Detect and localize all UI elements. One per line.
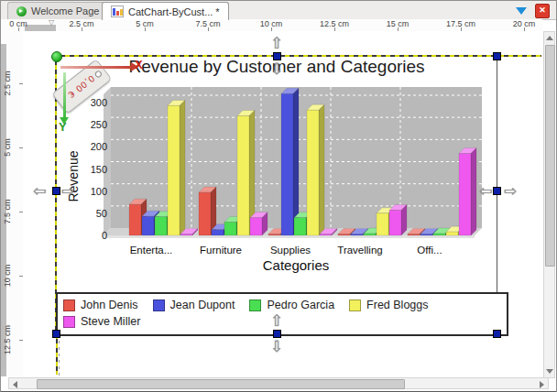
svg-text:300: 300 (91, 97, 107, 108)
legend-item: John Denis (63, 298, 138, 312)
vertical-ruler: 2.5 cm5 cm7.5 cm10 cm12.5 cm15 cm (1, 31, 24, 376)
svg-text:Supplies: Supplies (270, 245, 311, 256)
tag-hole-icon (93, 70, 103, 79)
legend-label: Jean Dupont (170, 299, 235, 311)
resize-arrow-right-icon[interactable]: ⇨ (504, 183, 517, 199)
welcome-page-icon (16, 6, 27, 16)
legend-swatch (349, 299, 361, 311)
ruler-label: 5 cm (3, 129, 14, 166)
svg-text:0: 0 (102, 230, 107, 241)
tab-welcome-page[interactable]: Welcome Page (7, 2, 108, 19)
ruler-position-marker: ▽ (49, 19, 54, 27)
resize-handle-bottom-left[interactable] (52, 330, 60, 338)
svg-text:50: 50 (96, 208, 107, 219)
svg-text:Furniture: Furniture (200, 245, 242, 256)
design-canvas[interactable]: Revenue by Customer and Categories Reven… (23, 31, 542, 376)
origin-handle[interactable] (51, 51, 62, 62)
svg-text:Travelling: Travelling (337, 245, 382, 256)
svg-text:200: 200 (91, 141, 107, 152)
ruler-label: 12.5 cm (3, 321, 14, 358)
horizontal-scrollbar[interactable] (8, 377, 549, 389)
vertical-scrollbar[interactable] (543, 31, 555, 378)
resize-arrow-up-icon[interactable]: ⇧ (270, 313, 283, 329)
resize-handle-left[interactable] (52, 187, 60, 195)
x-axis-arrow-icon (60, 66, 132, 69)
ruler-label: 7.5 cm (3, 193, 14, 230)
resize-handle-top[interactable] (273, 52, 281, 60)
scroll-up-button[interactable] (544, 32, 554, 44)
tab-label: CatChart-ByCust... * (128, 6, 220, 17)
ruler-label: 10 cm (3, 257, 14, 294)
resize-arrow-left-icon[interactable]: ⇦ (479, 183, 492, 199)
chart-element[interactable]: Revenue by Customer and Categories Reven… (56, 56, 497, 333)
y-axis-letter: Y (59, 120, 67, 134)
resize-handle-bottom[interactable] (273, 330, 281, 338)
legend-label: John Denis (81, 299, 138, 311)
legend-label: Fred Bloggs (366, 299, 428, 311)
svg-text:150: 150 (91, 164, 107, 175)
legend-item: Pedro Garcia (249, 298, 334, 312)
chart-plot-area: 050100150200250300Enterta...FurnitureSup… (56, 82, 497, 278)
page-margin-guide (59, 334, 60, 376)
report-designer-window: Welcome Page CatChart-ByCust... * ✕ ▽ 0 … (0, 0, 557, 392)
y-axis-arrow-icon (63, 72, 66, 118)
vertical-scrollbar-thumb[interactable] (545, 45, 555, 267)
legend-item: Steve Miller (63, 314, 140, 329)
tab-label: Welcome Page (31, 5, 99, 16)
resize-arrow-right-icon[interactable]: ⇨ (61, 183, 74, 199)
legend-swatch (249, 299, 261, 311)
svg-text:100: 100 (91, 186, 107, 197)
resize-arrow-up-icon[interactable]: ⇧ (270, 36, 283, 51)
legend-label: Pedro Garcia (267, 299, 334, 311)
scroll-right-button[interactable] (536, 378, 548, 388)
resize-handle-bottom-right[interactable] (493, 330, 501, 338)
legend-item: Jean Dupont (153, 298, 235, 312)
svg-text:Enterta...: Enterta... (130, 245, 173, 256)
scroll-down-button[interactable] (544, 365, 554, 377)
legend-swatch (63, 299, 75, 311)
svg-text:Offi...: Offi... (417, 245, 442, 256)
close-tab-button[interactable]: ✕ (535, 4, 550, 18)
svg-text:250: 250 (91, 119, 107, 130)
horizontal-ruler: ▽ 0 cm2.5 cm5 cm7.5 cm10 cm12.5 cm15 cm1… (1, 19, 542, 32)
tab-list-dropdown-icon[interactable] (516, 7, 527, 15)
legend-label: Steve Miller (81, 315, 140, 328)
resize-arrow-down-icon[interactable]: ⇩ (270, 339, 283, 354)
resize-handle-right[interactable] (493, 187, 501, 195)
chart-report-icon (111, 5, 124, 17)
tab-catchart-bycustomer[interactable]: CatChart-ByCust... * (102, 2, 229, 20)
legend-swatch (63, 316, 75, 328)
resize-arrow-down-icon[interactable]: ⇩ (270, 61, 283, 77)
legend-item: Fred Bloggs (349, 298, 428, 312)
resize-handle-top-right[interactable] (493, 52, 501, 60)
scroll-left-button[interactable] (9, 378, 21, 388)
selection-guide-vertical (56, 334, 58, 375)
ruler-label: 2.5 cm (3, 65, 14, 102)
document-tab-bar: Welcome Page CatChart-ByCust... * ✕ (1, 1, 556, 20)
x-axis-letter: X (135, 58, 143, 71)
legend-swatch (153, 299, 165, 311)
resize-arrow-left-icon[interactable]: ⇦ (33, 183, 46, 199)
horizontal-scrollbar-thumb[interactable] (37, 379, 405, 389)
selection-guide-horizontal (499, 55, 541, 57)
